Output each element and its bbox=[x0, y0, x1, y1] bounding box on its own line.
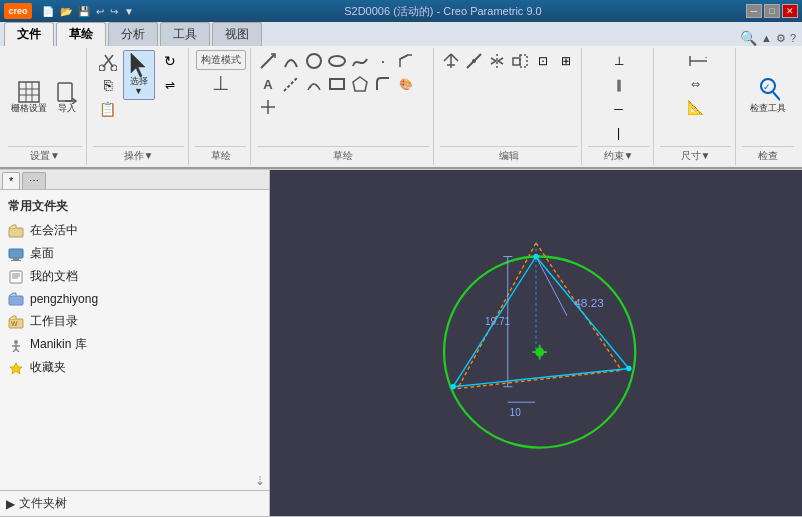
manikin-icon bbox=[8, 337, 24, 353]
vertical-btn[interactable]: | bbox=[608, 122, 630, 144]
perimeter-btn[interactable]: 📐 bbox=[685, 96, 707, 118]
svg-rect-35 bbox=[13, 258, 19, 260]
text-btn[interactable]: A bbox=[257, 73, 279, 95]
construction-mode-btn[interactable]: 构造模式 bbox=[196, 50, 246, 70]
trim-btn[interactable] bbox=[440, 50, 462, 72]
ribbon-settings-btn[interactable]: ⚙ bbox=[776, 32, 786, 45]
horizontal-btn[interactable]: ─ bbox=[608, 98, 630, 120]
ellipse-btn[interactable] bbox=[326, 50, 348, 72]
svg-rect-37 bbox=[10, 271, 22, 283]
folder-tree-btn[interactable]: ▶ 文件夹树 bbox=[0, 490, 269, 516]
spline-btn[interactable] bbox=[349, 50, 371, 72]
thicken-btn[interactable]: ⊞ bbox=[555, 50, 577, 72]
list-item[interactable]: 我的文档 bbox=[6, 265, 263, 288]
group-setup: 栅格设置 导入 设置▼ bbox=[4, 48, 87, 165]
polygon-btn[interactable] bbox=[349, 73, 371, 95]
panel-tabs: * ⋯ bbox=[0, 170, 269, 190]
normal-dim-btn[interactable]: ─┤├─ bbox=[685, 50, 707, 72]
copy-btn[interactable]: ⎘ bbox=[97, 74, 119, 96]
ref-dim-btn[interactable]: ⇔ bbox=[685, 73, 707, 95]
divide-btn[interactable] bbox=[463, 50, 485, 72]
svg-line-14 bbox=[400, 55, 408, 59]
list-item[interactable]: W 工作目录 bbox=[6, 310, 263, 333]
panel-content: 常用文件夹 在会活中 桌面 我的文档 bbox=[0, 190, 269, 472]
ribbon-tabs: 文件 草绘 分析 工具 视图 🔍 ▲ ⚙ ? bbox=[0, 22, 802, 46]
arc-btn[interactable] bbox=[280, 50, 302, 72]
minimize-btn[interactable]: ─ bbox=[746, 4, 762, 18]
cut-btn[interactable] bbox=[97, 50, 119, 72]
svg-rect-16 bbox=[330, 79, 344, 89]
svg-point-90 bbox=[533, 254, 538, 259]
ribbon: 文件 草绘 分析 工具 视图 🔍 ▲ ⚙ ? 栅格设置 bbox=[0, 22, 802, 170]
datum-btn[interactable]: ⊥ bbox=[210, 72, 232, 94]
scale-btn[interactable] bbox=[509, 50, 531, 72]
mirror-btn[interactable]: ⇌ bbox=[159, 74, 181, 96]
file-name: 桌面 bbox=[30, 245, 54, 262]
sketch-drawing: 48.23 19.71 10 bbox=[270, 170, 802, 516]
ribbon-collapse-btn[interactable]: ▲ bbox=[761, 32, 772, 44]
tab-analysis[interactable]: 分析 bbox=[108, 22, 158, 46]
select-dropdown: ▼ bbox=[134, 87, 143, 97]
tab-file[interactable]: 文件 bbox=[4, 22, 54, 46]
list-item[interactable]: pengzhiyong bbox=[6, 288, 263, 310]
undo-btn[interactable]: ↩ bbox=[94, 5, 106, 18]
open-btn[interactable]: 📂 bbox=[58, 5, 74, 18]
close-btn[interactable]: ✕ bbox=[782, 4, 798, 18]
save-btn[interactable]: 💾 bbox=[76, 5, 92, 18]
list-item[interactable]: 在会活中 bbox=[6, 219, 263, 242]
line2-btn[interactable] bbox=[280, 73, 302, 95]
tab-tools[interactable]: 工具 bbox=[160, 22, 210, 46]
chamfer-btn[interactable] bbox=[395, 50, 417, 72]
palette-btn[interactable]: 🎨 bbox=[395, 73, 417, 95]
list-item[interactable]: 收藏夹 bbox=[6, 356, 263, 379]
panel-tab-extra[interactable]: ⋯ bbox=[22, 172, 46, 189]
offset2-btn[interactable]: ⊡ bbox=[532, 50, 554, 72]
offset-btn[interactable] bbox=[303, 73, 325, 95]
file-name: 工作目录 bbox=[30, 313, 78, 330]
circle-btn[interactable] bbox=[303, 50, 325, 72]
folder-tree-icon: ▶ bbox=[6, 497, 15, 511]
rotate-btn[interactable]: ↻ bbox=[159, 50, 181, 72]
more-btn[interactable]: ▼ bbox=[122, 5, 136, 18]
line-btn[interactable] bbox=[257, 50, 279, 72]
coord-btn[interactable] bbox=[257, 96, 279, 118]
canvas-area[interactable]: 48.23 19.71 10 bbox=[270, 170, 802, 516]
svg-rect-33 bbox=[9, 228, 23, 237]
rect-btn[interactable] bbox=[326, 73, 348, 95]
svg-point-9 bbox=[99, 65, 105, 71]
fillet-btn[interactable] bbox=[372, 73, 394, 95]
quick-access-toolbar: 📄 📂 💾 ↩ ↪ ▼ bbox=[36, 5, 140, 18]
workdir-icon: W bbox=[8, 314, 24, 330]
new-btn[interactable]: 📄 bbox=[40, 5, 56, 18]
select-tool-btn[interactable]: 选择 ▼ bbox=[123, 50, 155, 100]
point-btn[interactable]: · bbox=[372, 50, 394, 72]
inspect-tool-btn[interactable]: ✓ 检查工具 bbox=[747, 78, 789, 116]
list-item[interactable]: 桌面 bbox=[6, 242, 263, 265]
svg-point-12 bbox=[307, 54, 321, 68]
svg-point-10 bbox=[111, 65, 117, 71]
tab-sketch[interactable]: 草绘 bbox=[56, 22, 106, 46]
scroll-down-btn[interactable]: ⇣ bbox=[0, 472, 269, 490]
group-constraint-label: 约束▼ bbox=[588, 146, 649, 163]
import-btn[interactable]: 导入 bbox=[52, 78, 82, 116]
grid-settings-btn[interactable]: 栅格设置 bbox=[8, 78, 50, 116]
list-item[interactable]: Manikin 库 bbox=[6, 333, 263, 356]
creo-logo: creo bbox=[4, 3, 32, 19]
folder-tree-label: 文件夹树 bbox=[19, 495, 67, 512]
ribbon-content: 栅格设置 导入 设置▼ ⎘ 📋 bbox=[0, 46, 802, 169]
perpendicular-btn[interactable]: ⊥ bbox=[608, 50, 630, 72]
inspect-icon: ✓ bbox=[756, 80, 780, 104]
restore-btn[interactable]: □ bbox=[764, 4, 780, 18]
folder-open-icon bbox=[8, 223, 24, 239]
help-search-btn[interactable]: 🔍 bbox=[740, 30, 757, 46]
parallel-btn[interactable]: ∥ bbox=[608, 74, 630, 96]
tab-view[interactable]: 视图 bbox=[212, 22, 262, 46]
redo-btn[interactable]: ↪ bbox=[108, 5, 120, 18]
mirror2-btn[interactable] bbox=[486, 50, 508, 72]
help-btn[interactable]: ? bbox=[790, 32, 796, 44]
group-datum-buttons: 构造模式 ⊥ bbox=[196, 50, 246, 144]
paste-btn[interactable]: 📋 bbox=[97, 98, 119, 120]
svg-text:19.71: 19.71 bbox=[485, 316, 510, 327]
panel-tab-favorites[interactable]: * bbox=[2, 172, 20, 189]
svg-point-44 bbox=[14, 340, 18, 344]
